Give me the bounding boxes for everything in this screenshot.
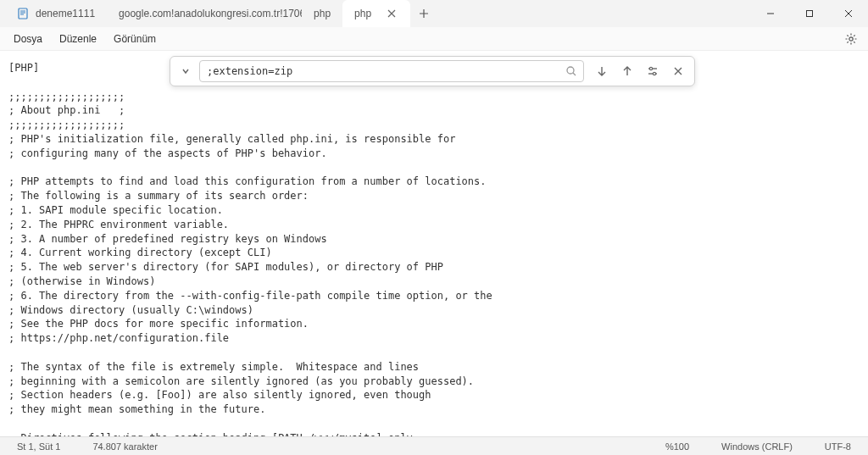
statusbar: St 1, Süt 1 74.807 karakter %100 Windows… xyxy=(0,436,868,455)
menu-file[interactable]: Dosya xyxy=(5,30,51,48)
close-find-button[interactable] xyxy=(667,60,689,82)
editor-area[interactable]: [PHP] ;;;;;;;;;;;;;;;;;;; ; About php.in… xyxy=(0,51,868,436)
settings-button[interactable] xyxy=(839,27,863,51)
find-next-button[interactable] xyxy=(591,60,613,82)
menu-view[interactable]: Görünüm xyxy=(105,30,164,48)
tab-google[interactable]: google.com!anadolukongresi.com.tr!1706… xyxy=(107,0,302,27)
svg-rect-5 xyxy=(807,11,813,17)
expand-find-button[interactable] xyxy=(175,61,196,81)
tab-label: php xyxy=(314,8,331,19)
close-icon[interactable] xyxy=(385,7,398,20)
svg-rect-0 xyxy=(19,8,27,19)
menu-edit[interactable]: Düzenle xyxy=(51,30,105,48)
svg-point-11 xyxy=(649,67,652,69)
close-window-button[interactable] xyxy=(829,0,868,27)
find-bar xyxy=(170,56,695,86)
tab-deneme[interactable]: deneme1111 xyxy=(5,0,107,27)
tabs: deneme1111 google.com!anadolukongresi.co… xyxy=(0,0,751,27)
maximize-button[interactable] xyxy=(790,0,829,27)
status-eol[interactable]: Windows (CRLF) xyxy=(713,441,801,452)
tab-label: deneme1111 xyxy=(36,8,95,19)
new-tab-button[interactable] xyxy=(410,0,437,27)
minimize-button[interactable] xyxy=(751,0,790,27)
tab-php-active[interactable]: php xyxy=(342,0,410,27)
window-controls xyxy=(751,0,868,27)
status-zoom[interactable]: %100 xyxy=(657,441,698,452)
find-prev-button[interactable] xyxy=(616,60,638,82)
file-icon xyxy=(17,8,29,19)
editor-content[interactable]: [PHP] ;;;;;;;;;;;;;;;;;;; ; About php.in… xyxy=(0,51,868,436)
status-encoding[interactable]: UTF-8 xyxy=(816,441,860,452)
find-options-button[interactable] xyxy=(642,60,664,82)
tab-php-1[interactable]: php xyxy=(302,0,342,27)
menubar: Dosya Düzenle Görünüm xyxy=(0,27,868,51)
svg-point-12 xyxy=(653,72,655,75)
tab-label: php xyxy=(354,8,371,19)
find-input[interactable] xyxy=(199,60,584,82)
status-chars[interactable]: 74.807 karakter xyxy=(84,441,165,452)
svg-point-6 xyxy=(849,36,853,40)
titlebar: deneme1111 google.com!anadolukongresi.co… xyxy=(0,0,868,27)
tab-label: google.com!anadolukongresi.com.tr!1706… xyxy=(119,8,302,19)
status-caret[interactable]: St 1, Süt 1 xyxy=(8,441,69,452)
